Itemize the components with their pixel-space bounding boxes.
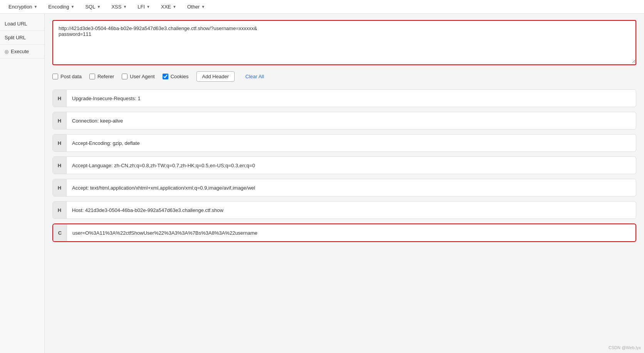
header-value-0: Upgrade-Insecure-Requests: 1 xyxy=(67,96,636,101)
cookies-checkbox-label[interactable]: Cookies xyxy=(163,74,189,79)
top-nav: Encryption ▼ Encoding ▼ SQL ▼ XSS ▼ LFI … xyxy=(0,0,644,14)
header-badge-3: H xyxy=(53,157,67,174)
execute-button[interactable]: ◎ Execute xyxy=(0,45,44,59)
load-url-label: Load URL xyxy=(5,21,27,27)
header-row-3: H Accept-Language: zh-CN,zh;q=0.8,zh-TW;… xyxy=(52,156,636,174)
clear-all-label: Clear All xyxy=(245,74,264,79)
header-row-2: H Accept-Encoding: gzip, deflate xyxy=(52,134,636,152)
user-agent-label: User Agent xyxy=(130,74,154,79)
nav-label-xxe: XXE xyxy=(161,4,171,10)
header-badge-4: H xyxy=(53,179,67,196)
nav-label-xss: XSS xyxy=(111,4,121,10)
watermark: CSDN @Web.lyx xyxy=(609,345,641,350)
nav-label-encoding: Encoding xyxy=(48,4,69,10)
nav-arrow-xxe: ▼ xyxy=(173,5,176,9)
header-badge-2: H xyxy=(53,134,67,151)
nav-arrow-other: ▼ xyxy=(201,5,205,9)
execute-icon: ◎ xyxy=(5,49,8,54)
header-value-3: Accept-Language: zh-CN,zh;q=0.8,zh-TW;q=… xyxy=(67,163,636,168)
header-row-5: H Host: 421d3de3-0504-46ba-b02e-992a547d… xyxy=(52,201,636,219)
header-badge-0: H xyxy=(53,90,67,107)
nav-arrow-encoding: ▼ xyxy=(71,5,75,9)
nav-label-other: Other xyxy=(187,4,200,10)
nav-arrow-lfi: ▼ xyxy=(146,5,150,9)
header-value-4: Accept: text/html,application/xhtml+xml,… xyxy=(67,185,636,191)
header-value-1: Connection: keep-alive xyxy=(67,118,636,124)
header-row-0: H Upgrade-Insecure-Requests: 1 xyxy=(52,89,636,107)
referer-checkbox[interactable] xyxy=(89,74,95,79)
user-agent-checkbox[interactable] xyxy=(122,74,127,79)
nav-item-encoding[interactable]: Encoding ▼ xyxy=(43,0,80,13)
nav-item-lfi[interactable]: LFI ▼ xyxy=(132,0,156,13)
nav-arrow-encryption: ▼ xyxy=(34,5,37,9)
cookies-label: Cookies xyxy=(171,74,189,79)
url-input[interactable]: http://421d3de3-0504-46ba-b02e-992a547d6… xyxy=(53,21,636,63)
nav-arrow-xss: ▼ xyxy=(123,5,127,9)
post-data-label: Post data xyxy=(60,74,82,79)
referer-label: Referer xyxy=(97,74,114,79)
nav-arrow-sql: ▼ xyxy=(97,5,101,9)
header-badge-5: H xyxy=(53,202,67,219)
header-value-2: Accept-Encoding: gzip, deflate xyxy=(67,140,636,146)
add-header-label: Add Header xyxy=(202,74,229,79)
post-data-checkbox[interactable] xyxy=(52,74,58,79)
cookie-badge: C xyxy=(53,224,67,241)
nav-label-sql: SQL xyxy=(85,4,95,10)
header-badge-1: H xyxy=(53,112,67,129)
nav-item-other[interactable]: Other ▼ xyxy=(182,0,210,13)
execute-label: Execute xyxy=(11,49,29,54)
sidebar: Load URL Split URL ◎ Execute xyxy=(0,14,45,353)
nav-label-lfi: LFI xyxy=(138,4,145,10)
nav-item-encryption[interactable]: Encryption ▼ xyxy=(3,0,43,13)
post-data-checkbox-label[interactable]: Post data xyxy=(52,74,82,79)
layout: Load URL Split URL ◎ Execute http://421d… xyxy=(0,14,644,353)
url-input-wrapper: http://421d3de3-0504-46ba-b02e-992a547d6… xyxy=(52,20,636,65)
options-row: Post data Referer User Agent Cookies Add… xyxy=(52,71,636,82)
header-row-1: H Connection: keep-alive xyxy=(52,112,636,129)
split-url-button[interactable]: Split URL xyxy=(0,31,44,45)
add-header-button[interactable]: Add Header xyxy=(196,71,235,82)
main-content: http://421d3de3-0504-46ba-b02e-992a547d6… xyxy=(45,14,644,353)
header-value-5: Host: 421d3de3-0504-46ba-b02e-992a547d63… xyxy=(67,207,636,213)
nav-item-xss[interactable]: XSS ▼ xyxy=(106,0,132,13)
cookies-checkbox[interactable] xyxy=(163,74,168,79)
user-agent-checkbox-label[interactable]: User Agent xyxy=(122,74,154,79)
load-url-button[interactable]: Load URL xyxy=(0,17,44,31)
nav-label-encryption: Encryption xyxy=(8,4,32,10)
referer-checkbox-label[interactable]: Referer xyxy=(89,74,114,79)
cookie-row: C user=O%3A11%3A%22ctfShowUser%22%3A3%3A… xyxy=(52,224,636,242)
clear-all-button[interactable]: Clear All xyxy=(242,72,267,81)
header-row-4: H Accept: text/html,application/xhtml+xm… xyxy=(52,179,636,197)
cookie-value: user=O%3A11%3A%22ctfShowUser%22%3A3%3A%7… xyxy=(67,230,636,236)
split-url-label: Split URL xyxy=(5,35,26,40)
nav-item-xxe[interactable]: XXE ▼ xyxy=(156,0,182,13)
nav-item-sql[interactable]: SQL ▼ xyxy=(80,0,106,13)
